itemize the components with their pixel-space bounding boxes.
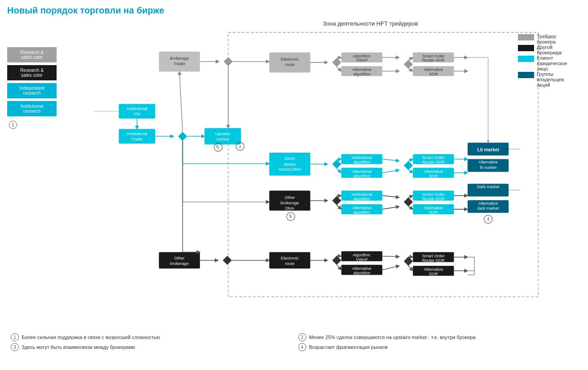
- svg-text:route: route: [285, 261, 295, 266]
- svg-text:algorithm: algorithm: [354, 210, 371, 215]
- legend-label-3: Клиент юридическое лицо: [537, 55, 576, 71]
- svg-text:Alternative: Alternative: [478, 160, 498, 164]
- svg-text:2: 2: [239, 145, 241, 149]
- svg-text:route: route: [285, 62, 295, 67]
- svg-line-103: [408, 196, 413, 198]
- svg-text:Smart Order: Smart Order: [422, 155, 445, 160]
- svg-text:Electronic: Electronic: [281, 57, 299, 62]
- svg-text:Alternative: Alternative: [424, 206, 443, 210]
- svg-text:Router-SOR: Router-SOR: [422, 58, 445, 62]
- svg-line-65: [337, 169, 341, 173]
- box-research-gray: Research &sales color: [7, 47, 57, 62]
- footer-notes: 1 Более сильная поддержка в связи с возр…: [7, 333, 581, 351]
- svg-line-68: [382, 170, 399, 173]
- svg-marker-56: [332, 159, 341, 168]
- svg-line-19: [337, 57, 341, 58]
- svg-rect-107: [159, 252, 200, 269]
- svg-text:3: 3: [290, 215, 292, 219]
- svg-line-124: [337, 256, 341, 256]
- svg-text:PM: PM: [134, 112, 140, 116]
- left-sidebar: Research &sales color Research &sales co…: [7, 47, 66, 331]
- svg-text:Dark market: Dark market: [477, 185, 500, 189]
- svg-text:market: market: [217, 137, 229, 141]
- svg-text:Alternative: Alternative: [424, 169, 443, 174]
- hft-zone-label: Зона деятельности НFT трейдеров: [160, 20, 581, 27]
- diagram-area: Зона деятельности НFT трейдеров Brokerag…: [70, 20, 581, 331]
- box-research-dark: Research &sales color: [7, 65, 57, 80]
- svg-line-31: [408, 69, 413, 71]
- legend-color-gray: [518, 34, 534, 40]
- svg-text:SOR: SOR: [429, 72, 438, 76]
- svg-line-30: [408, 57, 413, 60]
- note-3: 3 Здесь могут быть взаимосвязи между бро…: [11, 343, 294, 351]
- svg-line-75: [408, 159, 413, 161]
- diagram-svg: Brokerage Trader Electronic route Algori…: [70, 29, 564, 330]
- box-independent: Independentresearch: [7, 83, 57, 98]
- note-circle-2-footer: 2: [298, 333, 306, 341]
- svg-text:algorithm: algorithm: [354, 174, 371, 178]
- svg-text:Market: Market: [284, 162, 296, 167]
- legend-institutional-client: Клиент юридическое лицо: [518, 55, 576, 71]
- note-text-1: Более сильная поддержка в связи с возрос…: [22, 335, 160, 340]
- svg-text:algorithm: algorithm: [354, 72, 371, 76]
- svg-text:Router-SOR: Router-SOR: [422, 160, 445, 164]
- svg-line-135: [408, 257, 413, 257]
- svg-text:Direct: Direct: [285, 156, 295, 161]
- note-text-2: Менее 25% сделок совершаются на upstairs…: [309, 335, 476, 340]
- legend-label-1: Трейдер брокера: [537, 34, 576, 44]
- note-4: 4 Возрастает фрагментация рынков: [298, 343, 581, 351]
- svg-line-92: [337, 196, 341, 196]
- svg-marker-94: [404, 198, 413, 207]
- svg-text:Trader: Trader: [131, 137, 143, 141]
- legend-color-dark: [518, 45, 534, 51]
- svg-text:Alternative: Alternative: [478, 201, 498, 206]
- svg-marker-84: [332, 196, 341, 205]
- legend-color-teal: [518, 72, 534, 78]
- svg-text:Alternative: Alternative: [352, 206, 371, 210]
- svg-text:Lit market: Lit market: [477, 147, 499, 152]
- svg-line-104: [408, 207, 413, 209]
- svg-line-42: [179, 71, 182, 132]
- svg-line-136: [408, 266, 413, 271]
- svg-text:SOR: SOR: [429, 174, 438, 178]
- svg-marker-41: [178, 132, 187, 141]
- legend-color-cyan: [518, 56, 534, 62]
- svg-text:Alternative: Alternative: [352, 169, 371, 174]
- svg-text:Smart Order: Smart Order: [422, 254, 445, 258]
- svg-text:Other: Other: [285, 195, 295, 200]
- svg-rect-113: [269, 252, 310, 269]
- note-text-3: Здесь могут быть взаимосвязи между броке…: [22, 344, 135, 350]
- svg-text:Alternative: Alternative: [424, 267, 443, 272]
- svg-line-20: [337, 67, 341, 71]
- note-text-4: Возрастает фрагментация рынков: [309, 344, 388, 350]
- svg-line-127: [382, 256, 399, 257]
- note-circle-4-footer: 4: [298, 343, 306, 351]
- svg-line-93: [337, 205, 341, 209]
- svg-text:Router-SOR: Router-SOR: [422, 258, 445, 263]
- note-2: 2 Менее 25% сделок совершаются на upstai…: [298, 333, 581, 341]
- svg-text:Electronic: Electronic: [281, 256, 299, 260]
- svg-text:Trader: Trader: [173, 62, 186, 66]
- svg-marker-111: [223, 256, 232, 265]
- svg-text:Alternative: Alternative: [352, 266, 371, 271]
- legend: Трейдер брокера Другой брокеридж Клиент …: [518, 34, 576, 88]
- svg-marker-66: [404, 161, 413, 170]
- legend-broker-trader: Трейдер брокера: [518, 34, 576, 44]
- svg-marker-126: [404, 257, 413, 266]
- note-circle-1: 1: [9, 121, 17, 129]
- svg-line-96: [382, 207, 399, 209]
- svg-text:2: 2: [217, 145, 219, 150]
- legend-label-4: Группы владельцев акций: [537, 71, 576, 88]
- svg-text:DMA: DMA: [285, 206, 295, 211]
- svg-text:Institutional: Institutional: [351, 192, 372, 197]
- svg-text:Brokerage: Brokerage: [170, 56, 189, 61]
- svg-text:Router-SOR: Router-SOR: [422, 197, 445, 201]
- svg-text:Smart Order: Smart Order: [422, 192, 445, 197]
- svg-marker-11: [332, 58, 341, 67]
- svg-text:algorithm: algorithm: [354, 271, 371, 275]
- svg-text:Algorithm:: Algorithm:: [353, 253, 371, 257]
- svg-text:SOR: SOR: [429, 272, 438, 276]
- svg-line-128: [382, 266, 399, 270]
- legend-other-brokerage: Другой брокеридж: [518, 44, 576, 55]
- note-1: 1 Более сильная поддержка в связи с возр…: [11, 333, 294, 341]
